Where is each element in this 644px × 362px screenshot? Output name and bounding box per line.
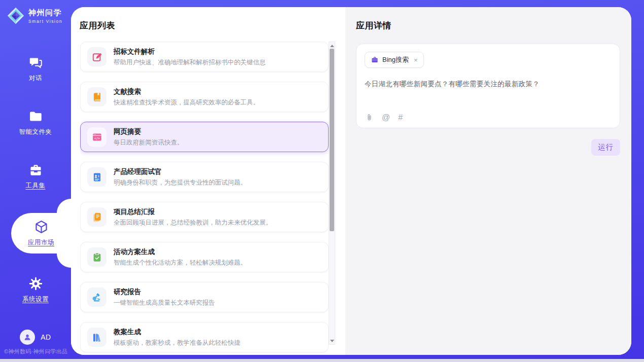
user-initials: AD [41,333,51,341]
user-account[interactable]: AD [0,330,71,345]
app-card-desc: 明确身份和职责，为您提供专业性的面试问题。 [114,178,247,187]
resume-icon [87,167,106,187]
app-card-literature-search[interactable]: 文献搜索 快速精准查找学术资源，提高研究效率的必备工具。 [80,82,329,112]
clipboard-check-icon [87,247,106,267]
query-text[interactable]: 今日湖北有哪些新闻要点？有哪些需要关注的最新政策？ [365,80,612,89]
run-row: 运行 [356,139,620,156]
app-card-desc: 全面回顾项目进展，总结经验教训，助力未来优化发展。 [114,219,272,227]
sidebar-item-chat[interactable]: 对话 [0,52,71,86]
app-card-title: 招标文件解析 [114,47,266,56]
prompt-toolbar: @ # [365,113,403,122]
prompt-card[interactable]: Bing搜索 × 今日湖北有哪些新闻要点？有哪些需要关注的最新政策？ @ # [356,44,620,128]
brand-logo: 神州问学 Smart Vision [7,7,62,25]
avatar [20,330,35,345]
scrollbar[interactable] [329,42,335,345]
sidebar-item-system-settings[interactable]: 系统设置 [0,273,71,307]
tool-chip-label: Bing搜索 [382,55,409,64]
app-card-desc: 一键智能生成高质量长文本研究报告 [114,299,215,307]
app-detail-title: 应用详情 [356,20,620,31]
run-button[interactable]: 运行 [591,139,620,156]
sidebar-nav: 对话 智能文件夹 工具集 应用市场 系统设置 [0,52,71,307]
app-card-title: 活动方案生成 [114,247,247,257]
person-icon [23,333,32,342]
books-icon [87,328,106,347]
app-card-pm-interviewer[interactable]: 产品经理面试官 明确身份和职责，为您提供专业性的面试问题。 [80,162,329,192]
sidebar-item-smart-folder[interactable]: 智能文件夹 [0,105,71,140]
app-card-lesson-plan[interactable]: 教案生成 模板驱动，教案秒成，教学准备从此轻松快捷 [80,322,329,352]
brand-diamond-icon [7,7,25,25]
app-card-project-summary[interactable]: 项目总结汇报 全面回顾项目进展，总结经验教训，助力未来优化发展。 [80,202,329,232]
folder-icon [28,109,43,124]
app-card-title: 项目总结汇报 [114,207,272,216]
app-card-desc: 快速精准查找学术资源，提高研究效率的必备工具。 [114,98,260,107]
main-surface: 应用列表 招标文件解析 帮助用户快速、准确地理解和解析招标书中的关键信息 文献搜… [71,7,631,355]
app-card-title: 研究报告 [114,287,215,297]
paperclip-icon[interactable] [365,113,374,122]
chat-icon [28,55,43,70]
app-card-desc: 帮助用户快速、准确地理解和解析招标书中的关键信息 [114,58,266,67]
cube-icon [34,220,49,234]
microscope-icon [87,287,106,307]
scroll-up-icon[interactable] [329,43,335,49]
report-icon [87,207,106,227]
app-card-title: 教案生成 [114,328,240,337]
app-card-title: 文献搜索 [114,87,260,96]
brand-tagline: Smart Vision [28,19,62,24]
app-list: 招标文件解析 帮助用户快速、准确地理解和解析招标书中的关键信息 文献搜索 快速精… [80,42,329,355]
app-card-desc: 模板驱动，教案秒成，教学准备从此轻松快捷 [114,339,240,347]
brand-name: 神州问学 [28,8,62,18]
app-card-desc: 智能生成个性化活动方案，轻松解决规划难题。 [114,259,247,267]
app-card-desc: 每日政府新闻资讯快查。 [114,138,184,147]
app-card-research-report[interactable]: 研究报告 一键智能生成高质量长文本研究报告 [80,282,329,312]
scrollbar-thumb[interactable] [330,49,334,231]
toolbox-icon [28,163,43,177]
briefcase-icon [371,56,379,64]
app-card-title: 产品经理面试官 [114,167,247,176]
app-card-event-plan[interactable]: 活动方案生成 智能生成个性化活动方案，轻松解决规划难题。 [80,242,329,272]
pen-square-icon [87,47,106,66]
app-list-title: 应用列表 [80,20,115,31]
app-card-web-summary[interactable]: 网页摘要 每日政府新闻资讯快查。 [80,122,329,152]
app-detail-panel: 应用详情 Bing搜索 × 今日湖北有哪些新闻要点？有哪些需要关注的最新政策？ … [345,7,631,355]
sidebar-item-app-market[interactable]: 应用市场 [11,213,71,254]
app-list-panel: 应用列表 招标文件解析 帮助用户快速、准确地理解和解析招标书中的关键信息 文献搜… [71,7,345,355]
hash-icon[interactable]: # [398,114,403,122]
tool-chip-bing-search[interactable]: Bing搜索 × [365,52,424,68]
browser-code-icon [87,127,106,147]
chip-close-icon[interactable]: × [414,56,418,64]
book-icon [87,87,106,106]
sidebar-item-toolset[interactable]: 工具集 [0,159,71,194]
gear-icon [28,276,43,291]
scroll-down-icon[interactable] [329,338,335,344]
app-card-bid-doc-analysis[interactable]: 招标文件解析 帮助用户快速、准确地理解和解析招标书中的关键信息 [80,42,329,72]
copyright-text: ©神州数码·神州问学出品 [4,348,67,355]
app-card-title: 网页摘要 [114,127,184,136]
sidebar: 神州问学 Smart Vision 对话 智能文件夹 工具集 应用市场 系统设置… [0,0,71,359]
bottom-strip [0,359,644,362]
at-icon[interactable]: @ [382,114,390,122]
